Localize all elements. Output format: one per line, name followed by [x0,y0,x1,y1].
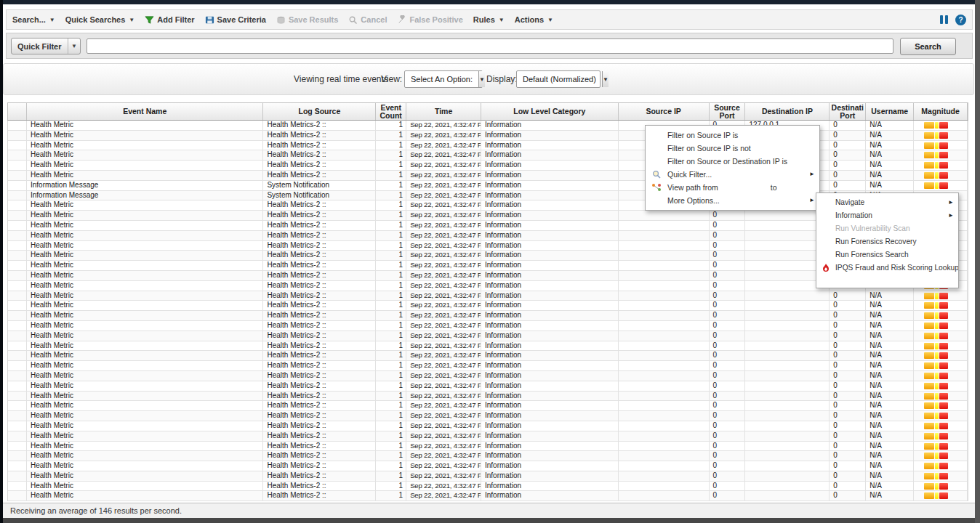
menu-item-view-path-from[interactable]: View path fromto [646,181,819,194]
menu-item-filter-on-source-or-destination-ip-is[interactable]: Filter on Source or Destination IP is [646,155,819,168]
menu-item-filter-on-source-ip-is-not[interactable]: Filter on Source IP is not [646,142,819,155]
menu-item-label: Quick Filter... [667,170,712,179]
cell-source_port: 0 [710,341,746,351]
table-row[interactable]: Health MetricHealth Metrics-2 ::1Sep 22,… [8,341,968,352]
table-row[interactable]: Health MetricHealth Metrics-2 ::1Sep 22,… [8,471,968,482]
table-row[interactable]: Health MetricHealth Metrics-2 ::1Sep 22,… [8,131,968,141]
table-row[interactable]: Health MetricHealth Metrics-2 ::1Sep 22,… [8,361,968,371]
pause-icon[interactable] [940,15,948,24]
table-row[interactable]: Health MetricHealth Metrics-2 ::1Sep 22,… [8,401,968,411]
menu-item-run-forensics-search[interactable]: Run Forensics Search [816,248,958,262]
view-select[interactable]: Select An Option: ▼ [404,70,483,88]
menu-item-filter-on-source-ip-is[interactable]: Filter on Source IP is [646,129,819,142]
cell-sel [8,251,27,260]
table-row[interactable]: Health MetricHealth Metrics-2 ::1Sep 22,… [8,150,968,161]
table-row[interactable]: Information MessageSystem Notification1S… [8,181,968,191]
cell-log_source: Health Metrics-2 :: [263,211,376,220]
column-header-dest_port[interactable]: Destinati Port [830,103,866,120]
toolbar-item-actions[interactable]: Actions▼ [515,15,553,24]
table-row[interactable]: Health MetricHealth Metrics-2 ::1Sep 22,… [8,171,968,181]
cell-sel [8,471,27,481]
toolbar-item-search[interactable]: Search...▼ [12,15,55,24]
cell-magnitude [914,371,968,381]
table-row[interactable]: Health MetricHealth Metrics-2 ::1Sep 22,… [8,291,968,301]
cell-sel [8,141,27,150]
table-row[interactable]: Health MetricHealth Metrics-2 ::1Sep 22,… [8,381,968,392]
toolbar-item-quick-searches[interactable]: Quick Searches▼ [65,15,134,24]
cell-sel [8,161,27,170]
quick-filter-input[interactable] [87,38,893,54]
table-row[interactable]: Health MetricHealth Metrics-2 ::1Sep 22,… [8,451,968,461]
wrench-icon [397,15,406,25]
cell-magnitude [914,431,968,441]
menu-item-navigate[interactable]: Navigate► [816,196,958,209]
menu-item-information[interactable]: Information► [816,209,958,222]
menu-item-run-forensics-recovery[interactable]: Run Forensics Recovery [816,235,958,248]
display-select[interactable]: Default (Normalized) ▼ [516,70,601,88]
table-row[interactable]: Health MetricHealth Metrics-2 ::1Sep 22,… [8,371,968,381]
magnitude-bar [924,443,967,450]
column-header-time[interactable]: Time [406,103,481,120]
cell-time: Sep 22, 2021, 4:32:47 PM [406,261,481,270]
toolbar-item-rules[interactable]: Rules▼ [473,15,505,24]
cell-time: Sep 22, 2021, 4:32:47 PM [406,351,481,360]
table-row[interactable]: Health MetricHealth Metrics-2 ::1Sep 22,… [8,442,968,452]
toolbar-items: Search...▼Quick Searches▼Add FilterSave … [12,15,563,25]
column-header-source_port[interactable]: Source Port [710,103,746,120]
toolbar-item-save-criteria[interactable]: Save Criteria [205,15,266,25]
table-row[interactable]: Health MetricHealth Metrics-2 ::1Sep 22,… [8,301,968,311]
table-row[interactable]: Health MetricHealth Metrics-2 ::1Sep 22,… [8,331,968,341]
cell-source_port: 0 [710,251,746,260]
cell-dest_ip [745,331,830,341]
table-row[interactable]: Health MetricHealth Metrics-2 ::1Sep 22,… [8,461,968,471]
table-row[interactable]: Health MetricHealth Metrics-2 ::1Sep 22,… [8,392,968,402]
column-header-count[interactable]: Event Count [376,103,406,120]
cell-time: Sep 22, 2021, 4:32:47 PM [406,442,481,451]
quick-filter-bar: Quick Filter ▼ Search [6,33,973,59]
table-row[interactable]: Health MetricHealth Metrics-2 ::1Sep 22,… [8,161,968,171]
column-header-dest_ip[interactable]: Destination IP [745,103,830,120]
menu-item-quick-filter[interactable]: Quick Filter...► [646,168,819,181]
magnitude-bar [924,352,967,359]
column-header-magnitude[interactable]: Magnitude [914,103,968,120]
right-edge-scroll-track[interactable] [975,0,980,523]
cell-dest_port: 0 [830,291,866,301]
cell-sel [8,482,27,491]
column-header-username[interactable]: Username [866,103,914,120]
cell-event: Health Metric [27,121,263,130]
cell-log_source: Health Metrics-2 :: [263,171,376,180]
cell-count: 1 [376,200,406,210]
table-row[interactable]: Health MetricHealth Metrics-2 ::1Sep 22,… [8,311,968,321]
column-header-log_source[interactable]: Log Source [263,103,376,120]
table-row[interactable]: Health MetricHealth Metrics-2 ::1Sep 22,… [8,351,968,361]
table-row[interactable]: Health MetricHealth Metrics-2 ::1Sep 22,… [8,421,968,431]
table-row[interactable]: Health MetricHealth Metrics-2 ::1Sep 22,… [8,482,968,492]
column-header-event[interactable]: Event Name [27,103,264,120]
cell-sel [8,281,27,291]
help-icon[interactable]: ? [955,15,966,25]
menu-item-more-options[interactable]: More Options...► [646,194,819,207]
cell-count: 1 [376,461,406,471]
cell-count: 1 [376,351,406,360]
cell-magnitude [914,451,968,461]
table-row[interactable]: Health MetricHealth Metrics-2 ::1Sep 22,… [8,411,968,421]
column-header-source_ip[interactable]: Source IP [619,103,710,120]
toolbar-item-add-filter[interactable]: Add Filter [145,15,194,25]
cell-category: Information [481,261,619,270]
cell-count: 1 [376,411,406,421]
cell-dest_port: 0 [830,321,866,331]
cell-magnitude [914,392,968,401]
cell-source_ip [619,331,710,341]
cell-source_ip [619,231,710,240]
magnitude-bar [924,473,967,479]
column-header-category[interactable]: Low Level Category [481,103,619,120]
table-row[interactable]: Health MetricHealth Metrics-2 ::1Sep 22,… [8,321,968,331]
table-row[interactable]: Health MetricHealth Metrics-2 ::1Sep 22,… [8,141,968,151]
table-row[interactable]: Health MetricHealth Metrics-2 ::1Sep 22,… [8,431,968,442]
cell-source_port: 0 [710,421,746,431]
search-button[interactable]: Search [900,38,956,55]
table-row[interactable]: Health MetricHealth Metrics-2 ::1Sep 22,… [8,121,968,131]
menu-item-ipqs-fraud-and-risk-scoring-lookup[interactable]: IPQS Fraud and Risk Scoring Lookup [816,262,958,275]
table-row[interactable]: Health MetricHealth Metrics-2 ::1Sep 22,… [8,491,968,501]
quick-filter-dropdown[interactable]: Quick Filter ▼ [11,38,81,54]
